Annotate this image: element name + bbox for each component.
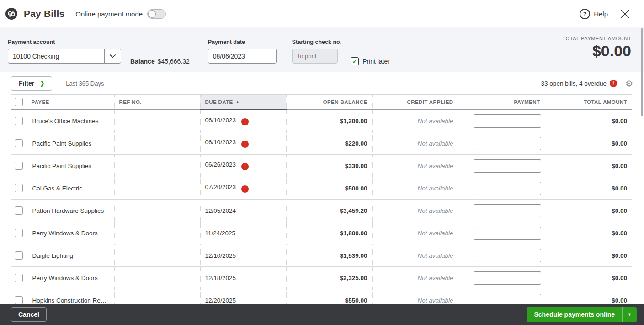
open-balance: $500.00 bbox=[286, 177, 372, 200]
select-all-checkbox[interactable] bbox=[15, 98, 23, 106]
credit-applied: Not available bbox=[372, 155, 458, 177]
print-later-checkbox[interactable]: ✓ bbox=[351, 57, 359, 65]
payee-name: Cal Gas & Electric bbox=[27, 177, 114, 200]
gear-icon[interactable]: ⚙ bbox=[625, 78, 633, 89]
filter-button[interactable]: Filter ❯ bbox=[11, 76, 52, 91]
overdue-icon: ! bbox=[241, 163, 249, 170]
help-label[interactable]: Help bbox=[594, 10, 608, 18]
payment-date-input[interactable] bbox=[208, 49, 277, 64]
payment-input[interactable] bbox=[474, 137, 541, 150]
total-payment-amount-label: TOTAL PAYMENT AMOUNT bbox=[562, 36, 631, 41]
online-payment-mode-label: Online payment mode bbox=[75, 10, 143, 18]
ref-no bbox=[114, 110, 200, 132]
ref-no bbox=[114, 155, 200, 177]
payment-input[interactable] bbox=[474, 249, 541, 262]
cancel-button[interactable]: Cancel bbox=[11, 307, 47, 322]
payment-input[interactable] bbox=[474, 182, 541, 195]
payee-name: Daigle Lighting bbox=[27, 244, 114, 267]
ref-no bbox=[114, 289, 200, 304]
filter-button-label: Filter bbox=[19, 80, 34, 87]
due-date: 07/20/2023 bbox=[205, 184, 236, 190]
payment-input[interactable] bbox=[474, 294, 541, 304]
total-amount: $0.00 bbox=[545, 200, 632, 222]
due-date: 11/24/2025 bbox=[205, 230, 236, 237]
open-balance: $1,200.00 bbox=[286, 110, 372, 132]
payment-account-select[interactable]: 10100 Checking bbox=[8, 49, 121, 64]
balance-label: Balance bbox=[130, 58, 155, 65]
help-icon[interactable]: ? bbox=[580, 9, 590, 19]
ref-no bbox=[114, 132, 200, 155]
row-checkbox[interactable] bbox=[15, 251, 23, 260]
column-header-payee[interactable]: PAYEE bbox=[27, 95, 114, 110]
due-date: 12/18/2025 bbox=[205, 275, 236, 282]
footer-bar: Cancel Schedule payments online ▼ bbox=[0, 304, 644, 325]
payment-input[interactable] bbox=[474, 114, 541, 128]
table-row: Cal Gas & Electric 07/20/2023! $500.00 N… bbox=[11, 177, 632, 200]
credit-applied: Not available bbox=[372, 289, 458, 304]
row-checkbox[interactable] bbox=[15, 296, 23, 304]
column-header-payment[interactable]: PAYMENT bbox=[458, 95, 545, 110]
row-checkbox[interactable] bbox=[15, 184, 23, 192]
chevron-down-icon[interactable] bbox=[104, 49, 121, 63]
column-header-due-date[interactable]: DUE DATE▲ bbox=[200, 95, 286, 110]
date-range-label: Last 365 Days bbox=[66, 80, 104, 87]
row-checkbox[interactable] bbox=[15, 274, 23, 282]
close-icon[interactable] bbox=[620, 9, 630, 19]
payment-date-label: Payment date bbox=[208, 39, 277, 45]
schedule-payments-label: Schedule payments online bbox=[527, 311, 622, 318]
column-header-open-balance[interactable]: OPEN BALANCE bbox=[286, 95, 372, 110]
credit-applied: Not available bbox=[372, 244, 458, 267]
due-date: 06/10/2023 bbox=[205, 139, 236, 146]
row-checkbox[interactable] bbox=[15, 229, 23, 237]
ref-no bbox=[114, 177, 200, 200]
total-amount: $0.00 bbox=[545, 289, 632, 304]
total-amount: $0.00 bbox=[545, 267, 632, 289]
open-balance: $3,459.20 bbox=[286, 200, 372, 222]
total-amount: $0.00 bbox=[545, 222, 632, 244]
balance-value: $45,666.32 bbox=[158, 58, 190, 65]
overdue-icon: ! bbox=[241, 118, 249, 125]
column-header-total-amount[interactable]: TOTAL AMOUNT bbox=[545, 95, 632, 110]
table-row: Bruce's Office Machines 06/10/2023! $1,2… bbox=[11, 110, 632, 132]
column-header-ref-no[interactable]: REF NO. bbox=[114, 95, 200, 110]
quickbooks-logo-icon bbox=[5, 7, 18, 21]
row-checkbox[interactable] bbox=[15, 117, 23, 125]
sort-ascending-icon: ▲ bbox=[236, 100, 240, 104]
schedule-payments-button[interactable]: Schedule payments online ▼ bbox=[527, 307, 637, 322]
due-date: 06/10/2023 bbox=[205, 117, 236, 124]
bills-table-body: Bruce's Office Machines 06/10/2023! $1,2… bbox=[11, 110, 632, 304]
table-row: Daigle Lighting 12/10/2025! $1,539.00 No… bbox=[11, 244, 632, 267]
column-header-credit-applied[interactable]: CREDIT APPLIED bbox=[372, 95, 458, 110]
caret-down-icon[interactable]: ▼ bbox=[623, 312, 637, 317]
table-row: Patton Hardware Supplies 12/05/2024! $3,… bbox=[11, 200, 632, 222]
ref-no bbox=[114, 222, 200, 244]
vertical-scrollbar[interactable] bbox=[641, 28, 643, 116]
credit-applied: Not available bbox=[372, 267, 458, 289]
payment-input[interactable] bbox=[474, 227, 541, 240]
payee-name: Perry Windows & Doors bbox=[27, 267, 114, 289]
bills-table: PAYEE REF NO. DUE DATE▲ OPEN BALANCE CRE… bbox=[0, 94, 644, 304]
online-payment-mode-toggle[interactable] bbox=[147, 9, 166, 19]
payee-name: Perry Windows & Doors bbox=[27, 222, 114, 244]
ref-no bbox=[114, 200, 200, 222]
payment-input[interactable] bbox=[474, 271, 541, 285]
table-row: Perry Windows & Doors 12/18/2025! $2,325… bbox=[11, 267, 632, 289]
print-later-label: Print later bbox=[362, 58, 390, 65]
open-balance: $550.00 bbox=[286, 289, 372, 304]
payee-name: Patton Hardware Supplies bbox=[27, 200, 114, 222]
table-row: Pacific Paint Supplies 06/10/2023! $220.… bbox=[11, 132, 632, 155]
row-checkbox[interactable] bbox=[15, 206, 23, 215]
payment-input[interactable] bbox=[474, 159, 541, 173]
credit-applied: Not available bbox=[372, 177, 458, 200]
ref-no bbox=[114, 244, 200, 267]
payee-name: Bruce's Office Machines bbox=[27, 110, 114, 132]
row-checkbox[interactable] bbox=[15, 162, 23, 170]
payee-name: Hopkins Construction Rent... bbox=[27, 289, 114, 304]
payment-input[interactable] bbox=[474, 204, 541, 217]
total-amount: $0.00 bbox=[545, 110, 632, 132]
open-balance: $1,800.00 bbox=[286, 222, 372, 244]
overdue-icon: ! bbox=[241, 141, 249, 148]
starting-check-label: Starting check no. bbox=[292, 39, 341, 45]
total-amount: $0.00 bbox=[545, 177, 632, 200]
row-checkbox[interactable] bbox=[15, 139, 23, 147]
